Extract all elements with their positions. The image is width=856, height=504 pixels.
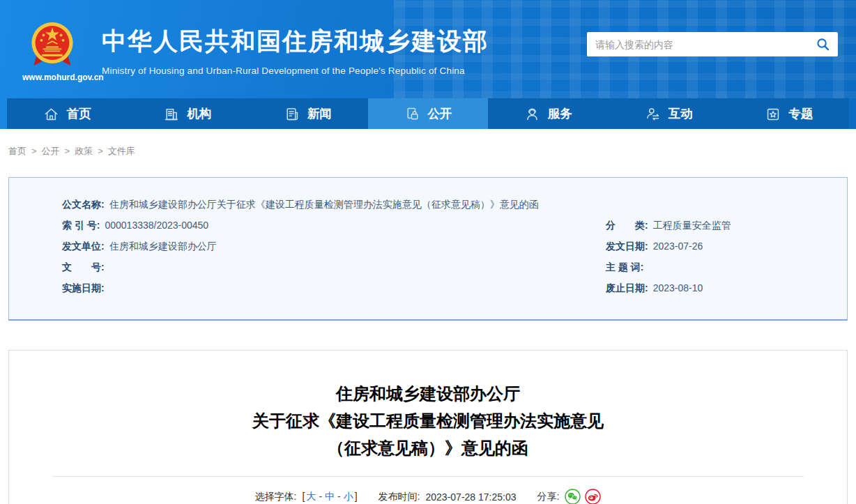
organization-icon — [163, 106, 179, 122]
breadcrumb-file-library[interactable]: 文件库 — [108, 146, 135, 156]
nav-item-topics[interactable]: 专题 — [728, 98, 849, 129]
nav-label: 互动 — [668, 105, 693, 122]
dash: - — [319, 491, 322, 502]
meta-row-index-number: 索 引 号: 000013338/2023-00450 — [62, 215, 606, 236]
meta-value: 2023-07-26 — [653, 236, 703, 257]
nav-item-interaction[interactable]: 互动 — [609, 98, 729, 129]
document-title-line3: （征求意见稿）》意见的函 — [328, 438, 528, 457]
nav-label: 专题 — [788, 105, 813, 122]
meta-row-implementation-date: 实施日期: — [62, 277, 606, 298]
font-size-small-button[interactable]: 小 — [344, 491, 353, 502]
document-toolbar: 选择字体: [大-中-小] 发布时间: 2023-07-28 17:25:03 … — [9, 489, 847, 504]
meta-value: 工程质量安全监管 — [653, 215, 731, 236]
wechat-share-icon[interactable] — [565, 489, 581, 504]
publish-time-label: 发布时间: — [379, 491, 420, 503]
national-emblem-logo — [26, 18, 78, 70]
search-icon[interactable] — [816, 38, 830, 51]
meta-value: 000013338/2023-00450 — [105, 215, 208, 236]
meta-label: 发文单位: — [62, 236, 105, 257]
weibo-share-icon[interactable] — [585, 489, 601, 504]
nav-item-service[interactable]: 服务 — [488, 98, 609, 129]
bracket-open: [ — [302, 491, 305, 502]
nav-item-home[interactable]: 首页 — [7, 98, 128, 129]
site-url: www.mohurd.gov.cn — [22, 72, 86, 82]
news-icon — [284, 106, 300, 122]
nav-label: 公开 — [428, 105, 452, 122]
font-select-label: 选择字体: — [255, 491, 297, 503]
search-box — [587, 32, 838, 56]
bracket-close: ] — [355, 491, 358, 502]
meta-label: 分 类: — [606, 215, 648, 236]
font-size-medium-button[interactable]: 中 — [325, 491, 335, 502]
share-label: 分享: — [537, 491, 560, 503]
document-title-line1: 住房和城乡建设部办公厅 — [336, 384, 520, 403]
title-divider — [52, 476, 804, 477]
nav-item-organization[interactable]: 机构 — [128, 98, 248, 129]
main-nav: 首页 机构 新闻 公开 — [7, 98, 849, 129]
nav-item-news[interactable]: 新闻 — [247, 98, 368, 129]
meta-label: 废止日期: — [606, 277, 648, 298]
breadcrumb-home[interactable]: 首页 — [8, 146, 26, 156]
breadcrumb: 首页>公开>政策>文件库 — [0, 129, 856, 158]
breadcrumb-separator: > — [31, 146, 37, 156]
publish-time: 2023-07-28 17:25:03 — [426, 491, 517, 503]
meta-value: 住房和城乡建设部办公厅 — [109, 236, 217, 257]
interaction-icon — [645, 106, 661, 122]
document-title: 住房和城乡建设部办公厅 关于征求《建设工程质量检测管理办法实施意见 （征求意见稿… — [9, 380, 847, 461]
search-input[interactable] — [595, 39, 816, 50]
disclosure-icon — [404, 106, 420, 122]
meta-row-issue-date: 发文日期: 2023-07-26 — [606, 236, 819, 257]
meta-label: 索 引 号: — [62, 215, 100, 236]
document-title-line2: 关于征求《建设工程质量检测管理办法实施意见 — [252, 411, 604, 430]
nav-item-disclosure[interactable]: 公开 — [368, 98, 489, 129]
breadcrumb-policy[interactable]: 政策 — [75, 146, 93, 156]
service-icon — [524, 106, 540, 122]
nav-label: 服务 — [548, 105, 572, 122]
topics-icon — [765, 106, 781, 122]
breadcrumb-separator: > — [65, 146, 70, 156]
font-size-large-button[interactable]: 大 — [306, 491, 316, 502]
meta-row-repeal-date: 废止日期: 2023-08-10 — [606, 277, 819, 298]
meta-label: 主 题 词: — [606, 257, 643, 277]
site-title: 中华人民共和国住房和城乡建设部 — [102, 25, 489, 58]
site-header: www.mohurd.gov.cn 中华人民共和国住房和城乡建设部 Minist… — [0, 0, 856, 129]
meta-row-category: 分 类: 工程质量安全监管 — [606, 215, 819, 236]
meta-label: 实施日期: — [62, 277, 105, 298]
nav-label: 新闻 — [307, 105, 332, 122]
meta-value: 住房和城乡建设部办公厅关于征求《建设工程质量检测管理办法实施意见（征求意见稿）》… — [109, 194, 539, 215]
document-meta-box: 公文名称: 住房和城乡建设部办公厅关于征求《建设工程质量检测管理办法实施意见（征… — [8, 177, 848, 321]
logo-block[interactable]: www.mohurd.gov.cn — [22, 18, 86, 98]
home-icon — [43, 106, 59, 122]
meta-label: 公文名称: — [62, 194, 105, 215]
meta-label: 文 号: — [62, 257, 105, 277]
meta-row-doc-name: 公文名称: 住房和城乡建设部办公厅关于征求《建设工程质量检测管理办法实施意见（征… — [62, 194, 819, 215]
meta-row-doc-number: 文 号: — [62, 257, 606, 277]
meta-row-issuing-unit: 发文单位: 住房和城乡建设部办公厅 — [62, 236, 606, 257]
breadcrumb-separator: > — [98, 146, 103, 156]
dash: - — [337, 491, 341, 502]
site-title-english: Ministry of Housing and Urban-Rural Deve… — [102, 66, 489, 76]
meta-row-subject-words: 主 题 词: — [606, 257, 819, 277]
meta-label: 发文日期: — [606, 236, 648, 257]
document-content-box: 住房和城乡建设部办公厅 关于征求《建设工程质量检测管理办法实施意见 （征求意见稿… — [8, 350, 848, 504]
meta-value: 2023-08-10 — [653, 277, 703, 298]
nav-label: 机构 — [187, 105, 211, 122]
nav-label: 首页 — [67, 105, 91, 122]
breadcrumb-disclosure[interactable]: 公开 — [42, 146, 60, 156]
